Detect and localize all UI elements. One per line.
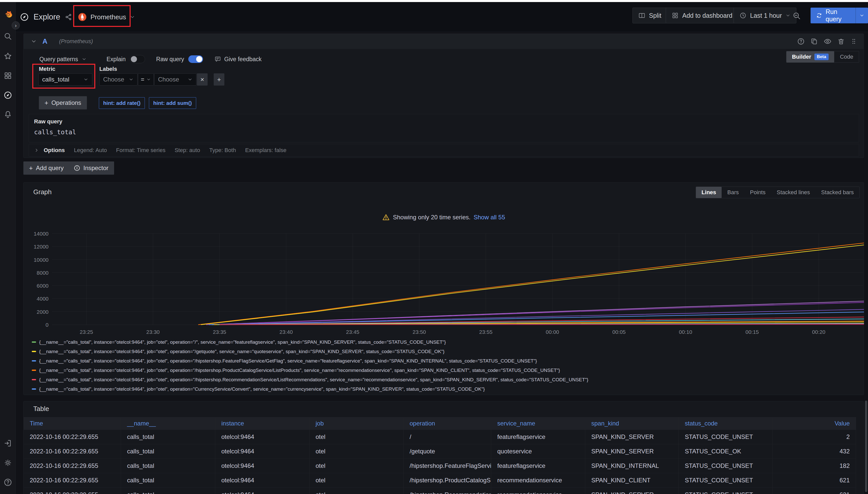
graph-panel: Graph LinesBarsPointsStacked linesStacke… bbox=[23, 182, 864, 395]
query-row-header[interactable]: A (Prometheus) bbox=[24, 34, 864, 49]
graph-style-tab-lines[interactable]: Lines bbox=[696, 187, 722, 198]
table-cell: 182 bbox=[773, 459, 856, 473]
option-summary-item: Exemplars: false bbox=[245, 147, 287, 154]
share-icon[interactable] bbox=[65, 13, 72, 21]
graph-style-tab-points[interactable]: Points bbox=[744, 187, 771, 198]
zoom-out-icon[interactable] bbox=[793, 12, 801, 20]
column-header-value[interactable]: Value bbox=[773, 417, 856, 430]
editor-mode-switch: Builder Beta Code bbox=[786, 51, 859, 63]
legend-item[interactable]: {__name__="calls_total", instance="otelc… bbox=[32, 356, 858, 365]
table-cell: featureflagservice bbox=[491, 459, 585, 473]
table-cell: /getquote bbox=[403, 444, 491, 459]
column-header---name--[interactable]: __name__ bbox=[121, 417, 215, 430]
add-to-dashboard-button[interactable]: Add to dashboard bbox=[666, 7, 738, 23]
page-scrollbar[interactable] bbox=[865, 401, 867, 492]
query-patterns-dropdown[interactable]: Query patterns bbox=[39, 56, 87, 63]
raw-query-label: Raw query bbox=[29, 114, 859, 125]
sidebar-expand-button[interactable]: › bbox=[12, 21, 20, 30]
copy-icon[interactable] bbox=[810, 38, 818, 45]
add-label-filter-button[interactable]: + bbox=[214, 73, 224, 86]
drag-handle-icon[interactable] bbox=[850, 38, 857, 45]
give-feedback-label: Give feedback bbox=[224, 56, 262, 63]
label-operator-select[interactable]: = bbox=[138, 73, 154, 86]
eye-icon[interactable] bbox=[824, 37, 832, 45]
left-sidebar bbox=[0, 2, 16, 494]
raw-query-toggle[interactable] bbox=[188, 55, 203, 63]
legend-series-label: {__name__="calls_total", instance="otelc… bbox=[39, 377, 588, 383]
legend-item[interactable]: {__name__="calls_total", instance="otelc… bbox=[32, 365, 858, 375]
label-value-select[interactable]: Choose bbox=[154, 73, 196, 86]
legend-series-label: {__name__="calls_total", instance="otelc… bbox=[39, 349, 445, 354]
time-range-picker[interactable]: Last 1 hour bbox=[734, 7, 796, 23]
table-row[interactable]: 2022-10-16 00:22:29.655calls_totalotelco… bbox=[24, 473, 864, 488]
label-operator: = bbox=[141, 76, 144, 83]
search-icon[interactable] bbox=[3, 32, 12, 41]
split-button[interactable]: Split bbox=[632, 7, 667, 23]
table-cell: otel bbox=[309, 488, 403, 494]
query-patterns-label: Query patterns bbox=[39, 56, 78, 63]
graph-style-tab-stacked-bars[interactable]: Stacked bars bbox=[816, 187, 860, 198]
inspector-button[interactable]: Inspector bbox=[68, 162, 114, 175]
table-cell: SPAN_KIND_SERVER bbox=[585, 488, 679, 494]
collapse-chevron-icon[interactable] bbox=[31, 38, 37, 44]
column-header-service-name[interactable]: service_name bbox=[491, 417, 585, 430]
table-row[interactable]: 2022-10-16 00:22:29.655calls_totalotelco… bbox=[24, 430, 864, 444]
legend-series-label: {__name__="calls_total", instance="otelc… bbox=[39, 386, 485, 392]
table-cell: calls_total bbox=[121, 430, 215, 444]
code-mode-tab[interactable]: Code bbox=[834, 51, 859, 62]
column-header-operation[interactable]: operation bbox=[403, 417, 491, 430]
column-header-status-code[interactable]: status_code bbox=[679, 417, 773, 430]
code-label: Code bbox=[840, 54, 853, 60]
table-cell: otelcol:9464 bbox=[215, 488, 309, 494]
dashboards-icon[interactable] bbox=[3, 71, 12, 80]
run-query-button[interactable]: Run query bbox=[811, 7, 868, 23]
legend-item[interactable]: {__name__="calls_total", instance="otelc… bbox=[32, 384, 858, 394]
label-key-select[interactable]: Choose bbox=[100, 73, 138, 86]
warning-text: Showing only 20 time series. bbox=[393, 214, 470, 221]
legend-item[interactable]: {__name__="calls_total", instance="otelc… bbox=[32, 337, 858, 347]
grafana-explore-screen: Explore Prometheus Split bbox=[0, 0, 868, 494]
legend-item[interactable]: {__name__="calls_total", instance="otelc… bbox=[32, 375, 858, 384]
table-row[interactable]: 2022-10-16 00:22:29.655calls_totalotelco… bbox=[24, 444, 864, 459]
explain-toggle[interactable] bbox=[130, 55, 145, 63]
table-cell: 2 bbox=[773, 430, 856, 444]
star-icon[interactable] bbox=[3, 52, 12, 60]
explore-icon[interactable] bbox=[3, 91, 12, 99]
operations-button[interactable]: + Operations bbox=[39, 96, 87, 109]
legend-item[interactable]: {__name__="calls_total", instance="otelc… bbox=[32, 347, 858, 356]
show-all-series-link[interactable]: Show all 55 bbox=[474, 214, 505, 221]
column-header-job[interactable]: job bbox=[309, 417, 403, 430]
remove-label-filter-button[interactable]: × bbox=[197, 73, 207, 86]
metric-select[interactable]: calls_total bbox=[38, 73, 92, 86]
give-feedback-button[interactable]: Give feedback bbox=[214, 56, 262, 63]
legend-color-marker bbox=[32, 379, 36, 380]
table-cell: / bbox=[403, 430, 491, 444]
column-header-instance[interactable]: instance bbox=[215, 417, 309, 430]
query-hint-button-2[interactable]: hint: add sum() bbox=[149, 97, 196, 109]
help-circle-icon[interactable] bbox=[797, 38, 805, 45]
query-editor-panel: A (Prometheus) Query patterns bbox=[23, 34, 864, 158]
column-header-time[interactable]: Time bbox=[24, 417, 121, 430]
grafana-logo[interactable] bbox=[3, 10, 13, 20]
builder-mode-tab[interactable]: Builder Beta bbox=[786, 51, 834, 62]
settings-gear-icon[interactable] bbox=[3, 458, 12, 467]
time-range-label: Last 1 hour bbox=[750, 12, 782, 19]
table-cell: otelcol:9464 bbox=[215, 430, 309, 444]
datasource-picker[interactable]: Prometheus bbox=[78, 8, 135, 25]
help-icon[interactable] bbox=[3, 478, 12, 487]
table-row[interactable]: 2022-10-16 00:22:29.655calls_totalotelco… bbox=[24, 488, 864, 494]
sign-in-icon[interactable] bbox=[3, 439, 12, 448]
alerting-bell-icon[interactable] bbox=[3, 110, 12, 119]
query-options-row[interactable]: Options Legend: AutoFormat: Time seriesS… bbox=[29, 144, 859, 157]
table-cell: STATUS_CODE_OK bbox=[679, 444, 773, 459]
graph-style-tab-stacked-lines[interactable]: Stacked lines bbox=[771, 187, 816, 198]
graph-style-tab-bars[interactable]: Bars bbox=[722, 187, 744, 198]
query-ref-id: A bbox=[42, 38, 48, 45]
column-header-span-kind[interactable]: span_kind bbox=[585, 417, 679, 430]
trash-icon[interactable] bbox=[837, 38, 845, 45]
table-row[interactable]: 2022-10-16 00:22:29.655calls_totalotelco… bbox=[24, 459, 864, 473]
graph-panel-title: Graph bbox=[33, 188, 52, 196]
add-query-button[interactable]: + Add query bbox=[23, 162, 69, 175]
query-hint-button-1[interactable]: hint: add rate() bbox=[99, 97, 145, 109]
run-query-dropdown[interactable] bbox=[855, 7, 868, 23]
